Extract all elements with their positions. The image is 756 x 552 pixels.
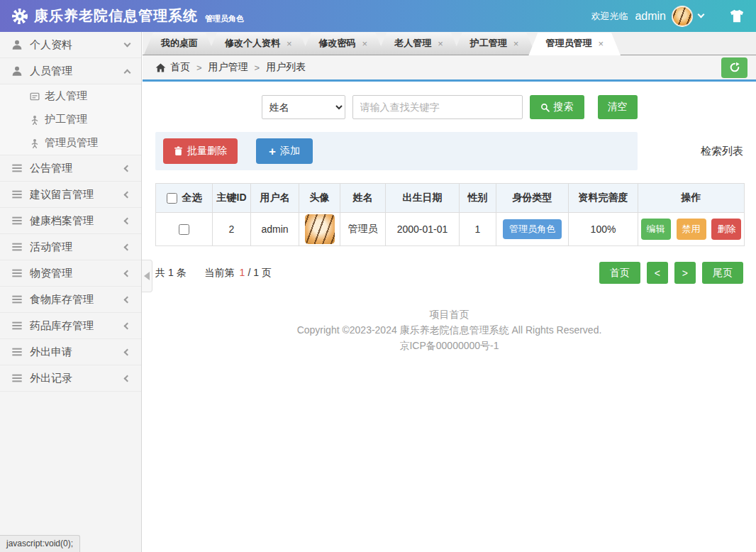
refresh-button[interactable] xyxy=(721,57,747,78)
breadcrumb: 首页 > 用户管理 > 用户列表 xyxy=(143,55,756,82)
link-preview-tooltip: javascript:void(0); xyxy=(0,535,80,552)
search-field-select[interactable]: 姓名 xyxy=(262,95,345,119)
search-button[interactable]: 搜索 xyxy=(530,95,584,119)
cell-avatar xyxy=(299,213,340,246)
sidebar-item-admin-mgmt[interactable]: 管理员管理 xyxy=(0,131,141,155)
breadcrumb-user-list[interactable]: 用户列表 xyxy=(266,61,306,74)
user-avatar[interactable] xyxy=(672,6,693,27)
delete-button[interactable]: 删除 xyxy=(711,219,741,240)
chevron-down-icon[interactable] xyxy=(698,11,705,18)
sidebar-item-label: 物资管理 xyxy=(30,267,72,280)
close-icon[interactable]: × xyxy=(513,39,519,48)
sidebar-item-label: 活动管理 xyxy=(30,241,72,254)
pagination-buttons: 首页 < > 尾页 xyxy=(599,262,743,284)
clear-button-label: 清空 xyxy=(608,101,628,114)
tab-change-password[interactable]: 修改密码 × xyxy=(302,33,385,55)
brand: 康乐养老院信息管理系统 管理员角色 xyxy=(11,6,244,26)
theme-shirt-icon[interactable] xyxy=(729,9,745,24)
table-row: 2 admin 管理员 2000-01-01 1 管理员角色 100% xyxy=(156,213,745,246)
sidebar-item-food-inventory-mgmt[interactable]: 食物库存管理 xyxy=(0,287,141,313)
first-page-button[interactable]: 首页 xyxy=(599,262,640,284)
search-input[interactable] xyxy=(352,95,523,119)
header-avatar: 头像 xyxy=(299,184,340,213)
top-header: 康乐养老院信息管理系统 管理员角色 欢迎光临 admin xyxy=(0,0,756,32)
footer-icp: 京ICP备00000000号-1 xyxy=(155,338,743,353)
sidebar-item-label: 药品库存管理 xyxy=(30,319,94,333)
tab-caregiver-mgmt[interactable]: 护工管理 × xyxy=(453,33,536,55)
tab-label: 我的桌面 xyxy=(161,37,198,50)
current-page-number: 1 xyxy=(240,267,245,278)
trash-icon xyxy=(174,146,183,156)
header-user-area[interactable]: 欢迎光临 admin xyxy=(591,6,745,27)
current-page-text: 当前第1/ 1 页 xyxy=(205,267,272,280)
sidebar-item-label: 外出申请 xyxy=(30,346,72,359)
current-page-suffix: / 1 页 xyxy=(248,267,271,278)
breadcrumb-user-mgmt[interactable]: 用户管理 xyxy=(209,61,248,74)
sidebar-item-label: 建议留言管理 xyxy=(30,188,94,202)
content: 姓名 搜索 清空 xyxy=(143,82,756,366)
close-icon[interactable]: × xyxy=(438,39,443,48)
sidebar-item-personal-info[interactable]: 个人资料 xyxy=(0,32,141,58)
tab-label: 护工管理 xyxy=(470,37,507,50)
tab-elder-mgmt[interactable]: 老人管理 × xyxy=(377,33,460,55)
header-identity-type: 身份类型 xyxy=(496,184,569,213)
cell-name: 管理员 xyxy=(340,213,386,246)
sidebar-item-medicine-inventory-mgmt[interactable]: 药品库存管理 xyxy=(0,313,141,339)
batch-delete-button[interactable]: 批量删除 xyxy=(163,138,238,164)
sidebar-item-notice-mgmt[interactable]: 公告管理 xyxy=(0,155,141,182)
sidebar-item-caregiver-mgmt[interactable]: 护工管理 xyxy=(0,108,141,131)
sidebar-item-personnel-mgmt[interactable]: 人员管理 xyxy=(0,58,141,84)
sidebar-item-suggestion-mgmt[interactable]: 建议留言管理 xyxy=(0,182,141,208)
footer-project-home-link[interactable]: 项目首页 xyxy=(155,307,743,322)
breadcrumb-home[interactable]: 首页 xyxy=(170,61,190,74)
sidebar-item-label: 健康档案管理 xyxy=(30,214,94,228)
close-icon[interactable]: × xyxy=(287,39,292,48)
cell-username: admin xyxy=(251,213,299,246)
sidebar-item-supplies-mgmt[interactable]: 物资管理 xyxy=(0,260,141,287)
sidebar-item-elder-mgmt[interactable]: 老人管理 xyxy=(0,84,141,108)
header-completeness: 资料完善度 xyxy=(569,184,638,213)
header-label: 全选 xyxy=(182,192,202,203)
header-username: 用户名 xyxy=(251,184,299,213)
prev-page-button[interactable]: < xyxy=(647,262,668,284)
search-button-label: 搜索 xyxy=(554,101,574,114)
last-page-button[interactable]: 尾页 xyxy=(702,262,743,284)
menu-lines-icon xyxy=(11,189,23,200)
tab-label: 老人管理 xyxy=(394,37,431,50)
sidebar-item-outing-application[interactable]: 外出申请 xyxy=(0,339,141,365)
menu-lines-icon xyxy=(11,241,23,253)
chevron-left-icon xyxy=(124,217,131,224)
disable-button[interactable]: 禁用 xyxy=(677,219,706,240)
tab-my-desktop[interactable]: 我的桌面 xyxy=(144,33,215,55)
menu-lines-icon xyxy=(11,294,23,305)
tab-label: 修改个人资料 xyxy=(225,37,280,50)
sidebar-item-activity-mgmt[interactable]: 活动管理 xyxy=(0,234,141,260)
menu-lines-icon xyxy=(11,320,23,331)
sidebar-item-label: 管理员管理 xyxy=(45,136,98,150)
sidebar-item-label: 人员管理 xyxy=(30,65,72,78)
select-all-checkbox[interactable] xyxy=(167,193,177,204)
search-row: 姓名 搜索 清空 xyxy=(155,95,743,119)
edit-button[interactable]: 编辑 xyxy=(641,219,671,240)
next-page-button[interactable]: > xyxy=(674,262,696,284)
app-title: 康乐养老院信息管理系统 xyxy=(34,6,198,26)
close-icon[interactable]: × xyxy=(362,39,368,48)
tab-admin-mgmt[interactable]: 管理员管理 × xyxy=(528,33,621,55)
close-icon[interactable]: × xyxy=(598,39,604,48)
sidebar-item-outing-records[interactable]: 外出记录 xyxy=(0,365,141,392)
clear-button[interactable]: 清空 xyxy=(598,95,638,119)
tab-label: 管理员管理 xyxy=(545,37,591,50)
sidebar-item-health-records-mgmt[interactable]: 健康档案管理 xyxy=(0,208,141,234)
row-checkbox[interactable] xyxy=(179,224,189,235)
cell-gender: 1 xyxy=(460,213,496,246)
sidebar-collapse-handle[interactable] xyxy=(142,260,152,292)
header-id: 主键ID xyxy=(213,184,251,213)
cell-identity-type: 管理员角色 xyxy=(496,213,569,246)
tab-label: 修改密码 xyxy=(319,37,356,50)
menu-lines-icon xyxy=(11,372,23,384)
user-icon xyxy=(11,39,23,50)
add-button[interactable]: + 添加 xyxy=(256,138,313,164)
menu-lines-icon xyxy=(11,346,23,358)
sidebar-item-label: 公告管理 xyxy=(30,162,72,175)
tab-edit-profile[interactable]: 修改个人资料 × xyxy=(208,33,309,55)
